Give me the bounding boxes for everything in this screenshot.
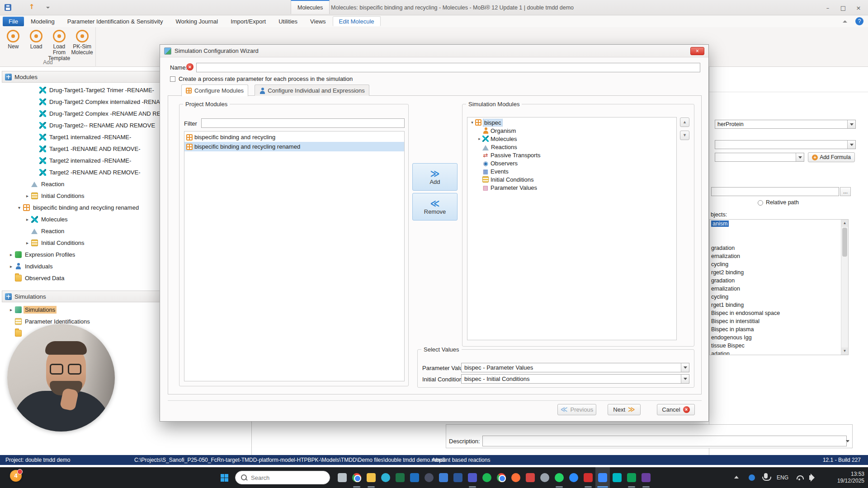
scroll-down-icon[interactable]: ▼ [841,347,848,355]
menu-tab-parameter-identification-sensitivity[interactable]: Parameter Identification & Sensitivity [61,17,169,26]
excel-taskbar-button[interactable] [393,467,407,488]
sim-module-molecules[interactable]: ▸Molecules [467,135,676,143]
undo-icon[interactable]: ↑ [29,3,35,11]
object-item-cycling[interactable]: cycling [710,293,848,301]
document-tab-molecules[interactable]: Molecules [291,0,330,14]
sim-module-events[interactable]: ▦Events [467,167,676,175]
search-input[interactable] [251,474,319,481]
sim-module-bispec[interactable]: ▾bispec [467,118,676,127]
edge-taskbar-button[interactable] [378,467,393,488]
move-down-button[interactable]: ▼ [680,131,689,140]
move-up-button[interactable]: ▲ [680,117,689,127]
save-icon[interactable] [5,4,11,11]
zoom-taskbar-button[interactable] [566,467,581,488]
remove-modules-button[interactable]: ≪ Remove [412,193,458,221]
process-rate-checkbox[interactable] [170,76,175,82]
expander-icon[interactable]: ▸ [24,217,31,222]
capture-taskbar-button[interactable] [595,467,610,488]
spotify-taskbar-button[interactable] [480,467,494,488]
parameter-values-dropdown[interactable]: bispec - Parameter Values [461,363,689,372]
teams-taskbar-button[interactable] [465,467,480,488]
project-module-bispecific-binding-and-recycling[interactable]: bispecific binding and recycling [184,132,404,142]
firefox-taskbar-button[interactable] [509,467,523,488]
initial-conditions-dropdown[interactable]: bispec - Initial Conditions [461,374,689,384]
outlook-taskbar-button[interactable] [407,467,422,488]
expander-icon[interactable]: ▸ [7,264,15,269]
scroll-up-icon[interactable]: ▲ [841,220,848,227]
add-modules-button[interactable]: ≫ Add [412,163,458,191]
chrome-taskbar-button[interactable] [349,467,364,488]
expander-icon[interactable]: ▸ [7,252,15,257]
chevron-down-icon[interactable] [847,120,855,128]
description-input[interactable] [482,436,847,446]
cancel-button[interactable]: Cancel × [657,404,695,415]
taskbar-search[interactable] [235,471,330,484]
chrome-profile-taskbar-button[interactable] [494,467,509,488]
sim-module-passive-transports[interactable]: ⇄Passive Transports [467,151,676,159]
menu-tab-import-export[interactable]: Import/Export [225,17,272,26]
language-indicator[interactable]: ENG [777,474,788,481]
tray-chevron-up-icon[interactable] [734,476,739,479]
chevron-down-icon[interactable] [846,440,849,442]
pk-sim-molecule-button[interactable]: PK-Sim Molecule [71,30,94,56]
chevron-down-icon[interactable] [796,153,804,161]
volume-icon[interactable] [809,475,812,480]
sim-module-reactions[interactable]: Reactions [467,143,676,151]
scrollbar[interactable]: ▲ ▼ [841,220,848,355]
expander-icon[interactable]: ▸ [24,240,31,245]
menu-tab-modeling[interactable]: Modeling [25,17,61,26]
menu-tab-utilities[interactable]: Utilities [273,17,303,26]
chevron-down-icon[interactable] [847,141,855,149]
monitor-taskbar-button[interactable] [335,467,349,488]
protein-dropdown[interactable]: herProtein [715,120,856,129]
object-item-endogenous-igg[interactable]: endogenous Igg [710,333,848,342]
menu-tab-views[interactable]: Views [304,17,331,26]
filter-input[interactable] [201,118,405,128]
object-item-blank[interactable] [710,236,848,244]
sim-module-initial-conditions[interactable]: Initial Conditions [467,175,676,183]
quick-access-caret-icon[interactable] [46,7,50,9]
notification-badge[interactable]: 4 [10,470,22,482]
sim-module-organism[interactable]: Organism [467,127,676,135]
add-formula-button[interactable]: + Add Formula [808,152,855,162]
load-from-template-button[interactable]: Load From Template [48,30,71,61]
chevron-down-icon[interactable] [681,375,689,383]
next-button[interactable]: Next ≫ [608,404,641,415]
chevron-down-icon[interactable] [681,363,689,372]
object-item-gradation[interactable]: gradation [710,277,848,285]
sim-module-observers[interactable]: ◉Observers [467,159,676,167]
object-item-rget2-binding[interactable]: rget2 binding [710,268,848,277]
word-taskbar-button[interactable] [451,467,465,488]
object-item-adation[interactable]: adation [710,350,848,355]
microphone-icon[interactable] [764,473,768,479]
close-button[interactable]: × [851,0,866,15]
path-input[interactable] [711,187,839,196]
object-item-rget1-binding[interactable]: rget1 binding [710,301,848,309]
expander-icon[interactable]: ▸ [476,136,482,141]
settings-taskbar-button[interactable] [538,467,552,488]
browse-button[interactable]: ... [840,187,851,196]
whatsapp-taskbar-button[interactable] [552,467,566,488]
windows-start-icon[interactable] [221,474,228,482]
name-input[interactable] [196,63,700,72]
acrobat-taskbar-button[interactable] [581,467,595,488]
object-item-ernalization[interactable]: ernalization [710,285,848,293]
load-button[interactable]: Load [25,30,48,50]
project-module-bispecific-binding-and-recycling-renamed[interactable]: bispecific binding and recycling renamed [184,142,404,151]
obs-taskbar-button[interactable] [422,467,436,488]
expander-icon[interactable]: ▾ [15,205,23,210]
tab-configure-individual-and-expressions[interactable]: Configure Individual and Expressions [255,84,369,96]
maximize-button[interactable]: □ [835,0,851,15]
tab-configure-modules[interactable]: Configure Modules [181,84,248,96]
menu-tab-file[interactable]: File [3,17,24,26]
object-item-ernalization[interactable]: ernalization [710,252,848,260]
previous-button[interactable]: ≪ Previous [557,404,596,415]
expander-icon[interactable]: ▸ [7,307,15,312]
object-item-blank[interactable] [710,228,848,236]
formula-dropdown[interactable] [715,153,804,162]
purple-app-taskbar-button[interactable] [639,467,653,488]
object-item-cycling[interactable]: cycling [710,260,848,268]
object-item-bispec-in-plasma[interactable]: Bispec in plasma [710,325,848,333]
scrollbar-thumb[interactable] [842,228,847,257]
collapse-ribbon-icon[interactable] [843,20,847,23]
